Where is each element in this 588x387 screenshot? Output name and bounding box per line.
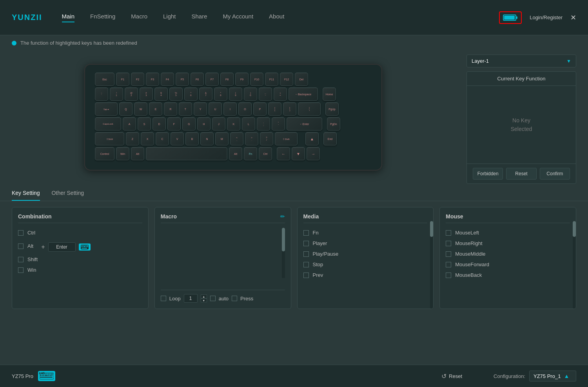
key-ralt[interactable]: Alt [229,147,242,160]
key-f9[interactable]: F9 [235,73,249,86]
nav-main[interactable]: Main [62,13,75,22]
key-l[interactable]: L [242,117,255,131]
key-tilde[interactable]: ~` [95,87,108,101]
layer-select-dropdown[interactable]: Layer-1 ▼ [466,55,576,67]
media-scrollbar[interactable] [430,221,433,309]
key-m[interactable]: M [215,132,229,145]
key-control[interactable]: Control [95,147,114,160]
nav-macro[interactable]: Macro [131,13,147,22]
prev-checkbox[interactable] [303,273,309,278]
nav-fnsetting[interactable]: FnSetting [90,13,115,22]
key-r[interactable]: R [164,102,177,116]
key-esc[interactable]: Esc [95,73,114,86]
nav-about[interactable]: About [269,13,284,22]
key-space[interactable] [146,147,227,160]
key-s[interactable]: S [138,117,151,131]
key-v[interactable]: V [171,132,184,145]
key-rctrl[interactable]: Ctrl [259,147,272,160]
key-t[interactable]: T [179,102,192,116]
key-p[interactable]: P [253,102,267,116]
key-u[interactable]: U [209,102,222,116]
shift-checkbox[interactable] [18,257,24,262]
key-tab[interactable]: Tab⇥ [95,102,118,116]
key-comma[interactable]: <, [230,132,243,145]
key-n[interactable]: N [200,132,214,145]
key-b[interactable]: B [185,132,199,145]
key-rshift[interactable]: ⇧Shift [275,132,298,145]
key-slash[interactable]: ?/ [260,132,273,145]
nav-my-account[interactable]: My Account [223,13,254,22]
nav-light[interactable]: Light [163,13,176,22]
key-f1[interactable]: F1 [116,73,129,86]
key-f4[interactable]: F4 [161,73,174,86]
loop-checkbox[interactable] [161,296,166,301]
key-f[interactable]: F [167,117,181,131]
key-e[interactable]: E [149,102,162,116]
key-2[interactable]: @2 [125,87,138,101]
confirm-button[interactable]: Confirm [540,168,570,180]
key-a[interactable]: A [123,117,136,131]
mouse-forward-checkbox[interactable] [446,262,451,267]
player-checkbox[interactable] [303,241,309,246]
config-dropdown[interactable]: YZ75 Pro_1 ▲ [529,371,576,382]
key-pgup[interactable]: PgUp [325,102,339,116]
key-0[interactable]: )0 [244,87,257,101]
key-8[interactable]: *8 [214,87,227,101]
key-up[interactable]: ▲ [305,132,319,145]
alt-checkbox[interactable] [18,243,24,249]
key-4[interactable]: $4 [154,87,168,101]
key-left[interactable]: ← [277,147,290,160]
key-equal[interactable]: += [274,87,287,101]
key-o[interactable]: O [238,102,252,116]
tab-key-setting[interactable]: Key Setting [12,190,40,201]
key-6[interactable]: ^6 [184,87,198,101]
mouse-middle-checkbox[interactable] [446,251,451,257]
key-f2[interactable]: F2 [131,73,144,86]
footer-reset-button[interactable]: ↺ Reset [441,372,462,380]
reset-key-button[interactable]: Reset [506,168,536,180]
key-semicolon[interactable]: :; [257,117,270,131]
key-fn[interactable]: Fn [244,147,257,160]
combo-key-input[interactable] [48,242,76,252]
key-z[interactable]: Z [126,132,139,145]
key-j[interactable]: J [212,117,225,131]
key-9[interactable]: (9 [229,87,242,101]
key-7[interactable]: &7 [199,87,212,101]
mouse-scrollbar[interactable] [573,221,576,309]
stop-checkbox[interactable] [303,262,309,267]
key-del[interactable]: Del [295,73,308,86]
close-button[interactable]: ✕ [570,13,576,22]
loop-decrement-button[interactable]: ▼ [201,298,207,302]
key-f12[interactable]: F12 [280,73,293,86]
key-minus[interactable]: _- [259,87,272,101]
key-bracket-r[interactable]: }] [283,102,296,116]
key-backslash[interactable]: |\ [298,102,321,116]
macro-scrollbar[interactable] [282,228,285,278]
auto-checkbox[interactable] [210,296,216,301]
loop-count-input[interactable] [184,294,198,303]
key-3[interactable]: #3 [140,87,153,101]
press-checkbox[interactable] [232,296,237,301]
loop-increment-button[interactable]: ▲ [201,294,207,298]
key-capslock[interactable]: CapsLock [95,117,121,131]
win-checkbox[interactable] [18,267,24,273]
forbidden-button[interactable]: Forbidden [473,168,503,180]
key-f3[interactable]: F3 [146,73,159,86]
key-f6[interactable]: F6 [191,73,204,86]
key-bracket-l[interactable]: {[ [268,102,281,116]
fn-checkbox[interactable] [303,230,309,236]
key-home[interactable]: Home [323,87,336,101]
nav-share[interactable]: Share [192,13,207,22]
key-lalt[interactable]: Alt [131,147,144,160]
key-y[interactable]: Y [194,102,207,116]
key-enter[interactable]: ←Enter [287,117,322,131]
macro-edit-icon[interactable]: ✏ [280,213,285,220]
key-backspace[interactable]: ←Backspace [289,87,318,101]
mouse-left-checkbox[interactable] [446,230,451,236]
key-pgdn[interactable]: PgDn [327,117,340,131]
keyboard-mini-icon[interactable] [79,243,91,251]
key-f7[interactable]: F7 [205,73,219,86]
key-h[interactable]: H [197,117,211,131]
key-f5[interactable]: F5 [176,73,189,86]
key-period[interactable]: >. [245,132,258,145]
